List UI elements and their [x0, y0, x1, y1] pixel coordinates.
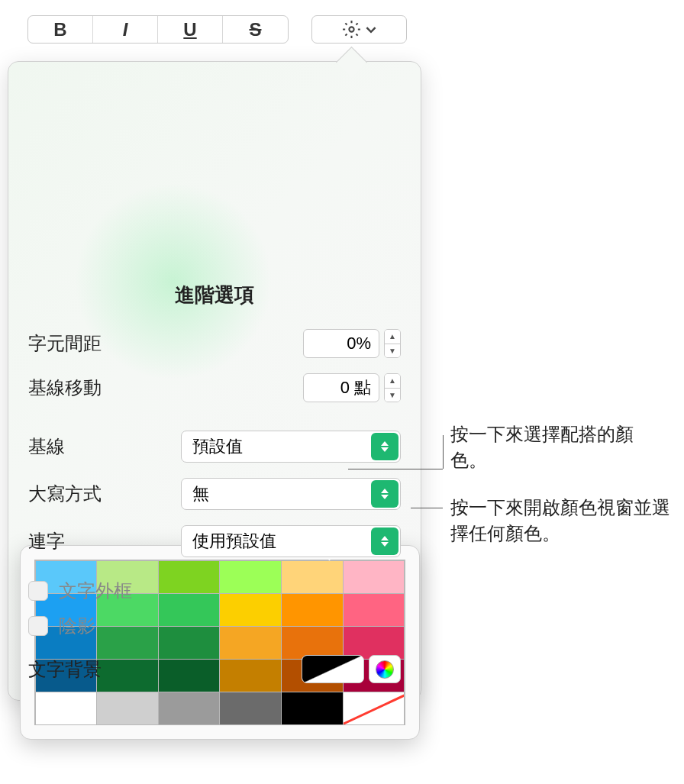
char-spacing-value[interactable]: 0%	[303, 329, 379, 358]
color-swatch[interactable]	[96, 692, 159, 725]
color-swatch[interactable]	[343, 692, 405, 725]
color-swatch[interactable]	[158, 692, 221, 725]
baseline-shift-stepper[interactable]: 0 點 ▲ ▼	[303, 373, 401, 402]
baseline-select-value: 預設值	[192, 435, 243, 458]
color-swatch[interactable]	[219, 692, 282, 725]
char-spacing-stepper[interactable]: 0% ▲ ▼	[303, 329, 401, 358]
capitalize-label: 大寫方式	[28, 482, 181, 506]
stepper-down-icon[interactable]: ▼	[385, 344, 400, 358]
ligature-label: 連字	[28, 529, 181, 553]
svg-point-0	[349, 27, 353, 31]
stepper-up-icon[interactable]: ▲	[385, 374, 400, 389]
baseline-shift-value[interactable]: 0 點	[303, 373, 379, 402]
callout-colorwheel: 按一下來開啟顏色視窗並選擇任何顏色。	[450, 495, 679, 546]
textbg-label: 文字背景	[28, 657, 302, 682]
select-caret-icon	[371, 433, 398, 460]
format-toolbar: B I U S	[0, 0, 428, 44]
underline-button[interactable]: U	[158, 16, 223, 43]
stepper-down-icon[interactable]: ▼	[385, 389, 400, 402]
chevron-down-icon	[366, 24, 376, 35]
stepper-up-icon[interactable]: ▲	[385, 330, 400, 344]
shadow-label: 陰影	[59, 614, 95, 638]
baseline-shift-stepper-buttons[interactable]: ▲ ▼	[384, 373, 401, 402]
char-spacing-stepper-buttons[interactable]: ▲ ▼	[384, 329, 401, 358]
popover-title: 進階選項	[28, 282, 401, 308]
ligature-select[interactable]: 使用預設值	[181, 525, 401, 557]
capitalize-select-value: 無	[192, 482, 209, 505]
capitalize-select[interactable]: 無	[181, 478, 401, 510]
strikethrough-button[interactable]: S	[223, 16, 288, 43]
shadow-checkbox[interactable]	[28, 616, 48, 636]
advanced-options-button[interactable]	[311, 15, 407, 44]
ligature-select-value: 使用預設值	[192, 530, 276, 553]
colorwheel-button[interactable]	[369, 655, 401, 683]
baseline-label: 基線	[28, 434, 181, 459]
gear-icon	[342, 20, 361, 39]
outline-checkbox[interactable]	[28, 581, 48, 601]
baseline-shift-label: 基線移動	[28, 376, 303, 400]
outline-label: 文字外框	[59, 579, 132, 603]
colorwell-swatch	[302, 655, 364, 683]
color-swatch[interactable]	[35, 692, 98, 725]
callout-line	[443, 435, 444, 469]
callout-colorwell: 按一下來選擇配搭的顏色。	[450, 421, 641, 473]
italic-button[interactable]: I	[93, 16, 158, 43]
baseline-select[interactable]: 預設值	[181, 431, 401, 463]
colorwheel-icon	[376, 660, 394, 679]
style-button-group: B I U S	[27, 15, 289, 44]
callout-line	[348, 469, 443, 469]
select-caret-icon	[371, 528, 398, 555]
char-spacing-label: 字元間距	[28, 331, 303, 356]
callout-line	[411, 508, 443, 508]
bold-button[interactable]: B	[28, 16, 93, 43]
textbg-colorwell[interactable]	[302, 655, 364, 683]
color-swatch[interactable]	[281, 692, 344, 725]
select-caret-icon	[371, 480, 398, 508]
